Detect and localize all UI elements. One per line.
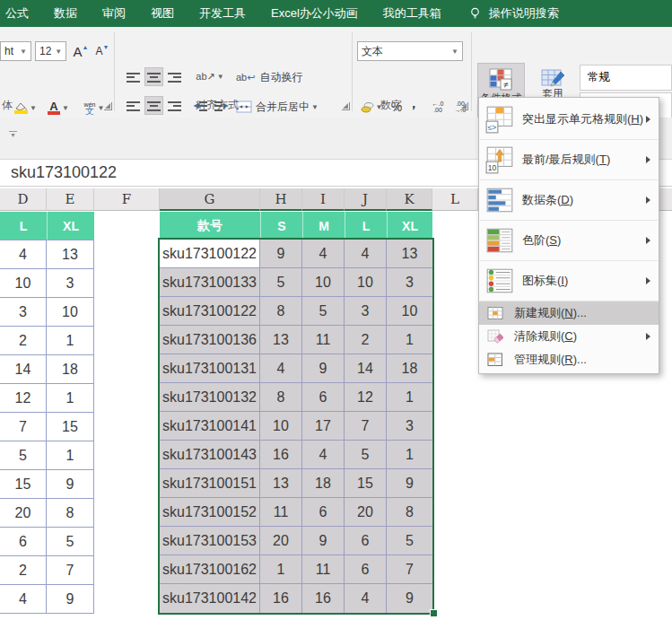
cell[interactable]: 9 bbox=[302, 527, 345, 555]
cell[interactable]: sku173100162 bbox=[160, 555, 260, 584]
cell[interactable]: 16 bbox=[260, 584, 302, 613]
cell[interactable]: 5 bbox=[387, 527, 432, 555]
cell[interactable]: 15 bbox=[47, 413, 94, 441]
cell[interactable]: 2 bbox=[0, 327, 47, 355]
cell[interactable]: sku173100131 bbox=[160, 354, 260, 383]
main-table-header-cell[interactable]: L bbox=[345, 212, 387, 240]
menu-item-H[interactable]: ≤>突出显示单元格规则(H) bbox=[479, 100, 659, 139]
fill-handle[interactable] bbox=[430, 609, 437, 616]
cell[interactable]: sku173100152 bbox=[160, 498, 260, 527]
cell[interactable]: 18 bbox=[47, 355, 94, 384]
cell[interactable]: 15 bbox=[345, 469, 387, 498]
cell[interactable]: 7 bbox=[345, 412, 387, 441]
cell[interactable]: 2 bbox=[0, 556, 47, 585]
menu-item-R[interactable]: 管理规则(R)... bbox=[479, 348, 659, 371]
cell[interactable]: 8 bbox=[47, 499, 94, 528]
cell[interactable]: 1 bbox=[47, 327, 94, 355]
number-format-combo[interactable]: 文本 ▼ bbox=[357, 41, 463, 61]
cell[interactable]: 17 bbox=[302, 412, 345, 441]
tell-me-search[interactable]: 操作说明搜索 bbox=[459, 5, 559, 22]
cell[interactable]: 15 bbox=[0, 470, 47, 499]
cell[interactable]: 10 bbox=[260, 412, 302, 441]
cell[interactable]: 9 bbox=[302, 354, 345, 383]
align-bottom-button[interactable] bbox=[165, 67, 184, 86]
font-name-combo[interactable]: ht ▼ bbox=[0, 41, 31, 61]
cell[interactable]: 8 bbox=[387, 498, 432, 527]
ribbon-tab-我的工具箱[interactable]: 我的工具箱 bbox=[371, 0, 454, 27]
cell[interactable]: 9 bbox=[260, 240, 302, 268]
left-table-header-cell[interactable]: L bbox=[0, 212, 47, 240]
column-header-E[interactable]: E bbox=[47, 188, 94, 211]
cell[interactable]: 4 bbox=[0, 240, 47, 269]
cell[interactable]: 2 bbox=[345, 326, 387, 354]
main-table-header-cell[interactable]: XL bbox=[387, 212, 432, 240]
ribbon-tab-开发工具[interactable]: 开发工具 bbox=[187, 0, 258, 27]
fill-color-button[interactable]: ▼ bbox=[9, 97, 41, 118]
cell[interactable]: 7 bbox=[387, 555, 432, 584]
cell[interactable]: sku173100133 bbox=[160, 268, 260, 297]
column-header-F[interactable]: F bbox=[94, 188, 160, 211]
cell[interactable]: 1 bbox=[387, 326, 432, 354]
cell[interactable]: 4 bbox=[302, 441, 345, 469]
cell[interactable]: 20 bbox=[345, 498, 387, 527]
cell[interactable]: 1 bbox=[47, 384, 94, 413]
column-header-G[interactable]: G bbox=[160, 188, 260, 211]
cell[interactable]: 4 bbox=[302, 240, 345, 268]
cell[interactable]: 3 bbox=[345, 297, 387, 326]
shrink-font-button[interactable]: A▼ bbox=[92, 41, 112, 61]
menu-item-D[interactable]: 数据条(D) bbox=[479, 180, 659, 220]
menu-item-I[interactable]: 图标集(I) bbox=[479, 261, 659, 301]
menu-item-C[interactable]: 清除规则(C) bbox=[479, 325, 659, 348]
cell[interactable]: 9 bbox=[47, 585, 94, 614]
cell[interactable]: 3 bbox=[387, 412, 432, 441]
cell[interactable]: 9 bbox=[387, 469, 432, 498]
cell[interactable]: 1 bbox=[387, 383, 432, 412]
menu-item-S[interactable]: 色阶(S) bbox=[479, 221, 659, 260]
cell[interactable]: sku173100132 bbox=[160, 383, 260, 412]
ribbon-tab-视图[interactable]: 视图 bbox=[138, 0, 187, 27]
cell[interactable]: 20 bbox=[260, 527, 302, 555]
ribbon-tab-公式[interactable]: 公式 bbox=[0, 0, 41, 27]
cell[interactable]: sku173100122 bbox=[160, 297, 260, 326]
cell[interactable]: 10 bbox=[0, 269, 47, 298]
ribbon-tab-数据[interactable]: 数据 bbox=[41, 0, 90, 27]
cell[interactable]: 1 bbox=[260, 555, 302, 584]
cell[interactable]: 16 bbox=[302, 584, 345, 613]
column-header-D[interactable]: D bbox=[0, 188, 47, 211]
cell[interactable]: 11 bbox=[260, 498, 302, 527]
cell[interactable]: 14 bbox=[0, 355, 47, 384]
cell[interactable]: sku173100141 bbox=[160, 412, 260, 441]
cell[interactable]: 12 bbox=[345, 383, 387, 412]
align-top-button[interactable] bbox=[124, 67, 143, 86]
main-table-header-cell[interactable]: M bbox=[302, 212, 345, 240]
ribbon-tab-Excel办公小动画[interactable]: Excel办公小动画 bbox=[258, 0, 371, 27]
cell[interactable]: 18 bbox=[302, 469, 345, 498]
cell-style-normal[interactable]: 常规 bbox=[580, 65, 672, 91]
font-color-button[interactable]: A ▼ bbox=[43, 97, 74, 118]
cell[interactable]: 18 bbox=[387, 354, 432, 383]
cell[interactable]: 4 bbox=[345, 584, 387, 613]
cell[interactable]: 5 bbox=[47, 528, 94, 556]
cell[interactable]: 4 bbox=[0, 585, 47, 614]
number-dialog-launcher-icon[interactable] bbox=[460, 102, 468, 110]
cell[interactable]: 13 bbox=[387, 240, 432, 268]
column-header-I[interactable]: I bbox=[302, 188, 345, 211]
cell[interactable]: 5 bbox=[345, 441, 387, 469]
cell[interactable]: 16 bbox=[260, 441, 302, 469]
cell[interactable]: 8 bbox=[260, 383, 302, 412]
cell[interactable]: 6 bbox=[345, 555, 387, 584]
cell[interactable]: sku173100143 bbox=[160, 441, 260, 469]
cell[interactable]: sku173100122 bbox=[160, 240, 260, 268]
cell[interactable]: 5 bbox=[260, 268, 302, 297]
left-table-header-cell[interactable]: XL bbox=[47, 212, 94, 240]
font-dialog-launcher-icon[interactable] bbox=[104, 102, 112, 110]
ribbon-tab-审阅[interactable]: 审阅 bbox=[90, 0, 138, 27]
column-header-L[interactable]: L bbox=[432, 188, 478, 211]
cell[interactable]: 6 bbox=[302, 498, 345, 527]
cell[interactable]: 7 bbox=[47, 556, 94, 585]
wrap-text-button[interactable]: ab↩ 自动换行 bbox=[235, 66, 336, 88]
cell[interactable]: 3 bbox=[47, 269, 94, 298]
main-table-header-cell[interactable]: S bbox=[260, 212, 302, 240]
cell[interactable]: 10 bbox=[387, 297, 432, 326]
cell[interactable]: sku173100142 bbox=[160, 584, 260, 613]
